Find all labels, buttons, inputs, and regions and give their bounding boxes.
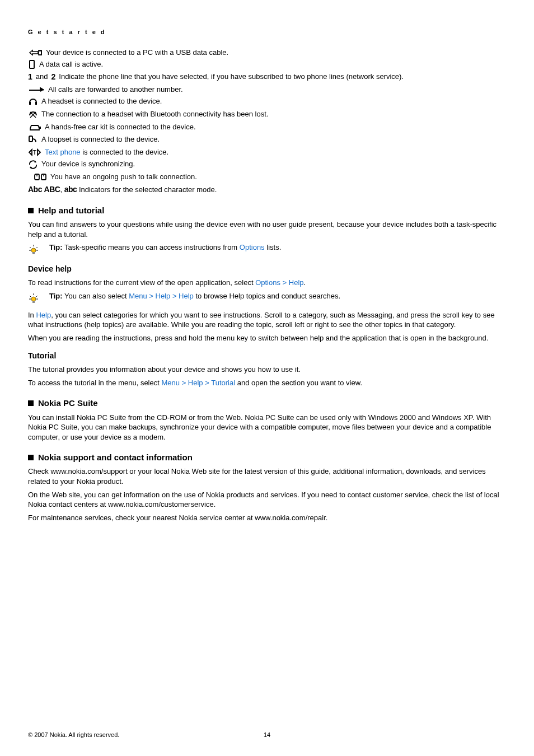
help-intro: You can find answers to your questions w… <box>28 220 506 239</box>
indicator-char-mode-text: Indicators for the selected character mo… <box>77 185 217 194</box>
svg-rect-1 <box>30 60 34 68</box>
loopset-icon <box>28 135 38 145</box>
indicator-forward-text: All calls are forwarded to another numbe… <box>48 85 183 95</box>
heading-support-text: Nokia support and contact information <box>38 452 193 463</box>
dh-help: Help <box>289 278 304 287</box>
indicator-phone-line: 1 and 2 Indicate the phone line that you… <box>28 72 506 82</box>
support-p3: For maintenance services, check your nea… <box>28 513 506 523</box>
svg-rect-14 <box>32 301 35 303</box>
bt-lost-icon <box>28 110 38 120</box>
gt1: > <box>283 278 287 287</box>
usb-icon <box>28 48 43 57</box>
sync-icon <box>28 160 38 170</box>
glyph-abc2: ABC <box>44 185 60 194</box>
svg-point-10 <box>43 175 44 176</box>
svg-point-13 <box>31 297 36 301</box>
svg-rect-5 <box>29 136 32 142</box>
svg-point-9 <box>36 175 38 176</box>
device-help-p2: In Help, you can select categories for w… <box>28 310 506 330</box>
svg-rect-4 <box>39 127 41 129</box>
ptt-icon <box>34 172 47 181</box>
glyph-one: 1 <box>28 72 32 82</box>
heading-help-tutorial-text: Help and tutorial <box>38 205 104 216</box>
tip-label-2: Tip: <box>49 292 63 300</box>
device-help-p3: When you are reading the instructions, p… <box>28 333 506 343</box>
indicator-char-mode: Abc ABC, abc Indicators for the selected… <box>28 184 506 195</box>
indicator-forward: All calls are forwarded to another numbe… <box>28 85 506 95</box>
indicator-car-kit: A hands-free car kit is connected to the… <box>28 122 506 132</box>
tip2-h2: Help <box>179 292 194 300</box>
pc-suite-p1: You can install Nokia PC Suite from the … <box>28 413 506 442</box>
dh-p2-link: Help <box>36 311 51 319</box>
indicator-loopset: A loopset is connected to the device. <box>28 134 506 145</box>
indicator-text-phone-text: is connected to the device. <box>81 148 169 156</box>
heading-pc-suite-text: Nokia PC Suite <box>38 398 98 409</box>
tut-p2a: To access the tutorial in the menu, sele… <box>28 379 161 387</box>
dh-l1a: To read instructions for the current vie… <box>28 278 255 287</box>
data-call-icon <box>28 60 36 69</box>
gt2: > <box>149 292 153 300</box>
tip-icon <box>28 244 39 256</box>
indicator-ptt-text: You have an ongoing push to talk connect… <box>50 172 197 182</box>
indicator-headset: A headset is connected to the device. <box>28 96 506 107</box>
heading-pc-suite: Nokia PC Suite <box>28 398 506 409</box>
indicator-bt-lost: The connection to a headset with Bluetoo… <box>28 109 506 120</box>
indicator-sync: Your device is synchronizing. <box>28 159 506 170</box>
tut-help: Help <box>188 379 203 387</box>
tutorial-p1: The tutorial provides you information ab… <box>28 365 506 375</box>
tut-p2b: and open the section you want to view. <box>235 379 362 387</box>
tip2-menu: Menu <box>129 292 147 300</box>
square-bullet-icon <box>28 208 34 213</box>
indicator-bt-lost-text: The connection to a headset with Bluetoo… <box>41 109 268 119</box>
indicator-sync-text: Your device is synchronizing. <box>41 159 135 169</box>
tip2-a: You can also select <box>63 292 129 300</box>
page-header: G e t s t a r t e d <box>28 28 506 36</box>
indicator-phone-line-and: and <box>36 72 48 82</box>
tut-tutorial: Tutorial <box>211 379 235 387</box>
gt4: > <box>182 379 186 387</box>
indicator-text-phone: T Text phone is connected to the device. <box>28 147 506 157</box>
car-kit-icon <box>28 123 41 132</box>
tip-1: Tip: Task-specific means you can access … <box>28 242 506 256</box>
svg-rect-2 <box>29 102 31 105</box>
gt5: > <box>205 379 209 387</box>
tut-menu: Menu <box>161 379 180 387</box>
indicator-car-kit-text: A hands-free car kit is connected to the… <box>45 122 196 132</box>
device-help-line1: To read instructions for the current vie… <box>28 278 506 288</box>
heading-support: Nokia support and contact information <box>28 452 506 463</box>
dh-p2a: In <box>28 311 36 319</box>
support-p1: Check www.nokia.com/support or your loca… <box>28 466 506 486</box>
svg-rect-3 <box>35 102 37 105</box>
forward-icon <box>28 85 45 92</box>
indicator-usb-text: Your device is connected to a PC with a … <box>46 48 228 58</box>
square-bullet-icon <box>28 400 34 406</box>
indicator-headset-text: A headset is connected to the device. <box>41 96 162 106</box>
indicator-loopset-text: A loopset is connected to the device. <box>41 134 160 144</box>
indicator-data-call: A data call is active. <box>28 59 506 69</box>
tutorial-p2: To access the tutorial in the menu, sele… <box>28 378 506 388</box>
dh-p2b: , you can select categories for which yo… <box>28 311 495 329</box>
tip1-a: Task-specific means you can access instr… <box>63 243 240 251</box>
text-phone-link: Text phone <box>45 148 81 156</box>
svg-rect-12 <box>32 252 35 254</box>
tip2-h1: Help <box>156 292 171 300</box>
tip1-link: Options <box>240 243 265 251</box>
svg-rect-7 <box>35 174 39 180</box>
dh-dot: . <box>304 278 306 287</box>
support-p2: On the Web site, you can get information… <box>28 490 506 510</box>
indicator-phone-line-text: Indicate the phone line that you have se… <box>59 72 404 82</box>
glyph-abc3: abc <box>64 185 77 194</box>
dh-options: Options <box>255 278 280 287</box>
glyph-two: 2 <box>51 72 56 82</box>
text-phone-icon: T <box>28 148 41 157</box>
gt3: > <box>172 292 177 300</box>
indicator-usb: Your device is connected to a PC with a … <box>28 48 506 58</box>
indicator-data-call-text: A data call is active. <box>39 59 103 69</box>
heading-help-tutorial: Help and tutorial <box>28 205 506 216</box>
tip-label: Tip: <box>49 243 63 251</box>
square-bullet-icon <box>28 455 34 460</box>
svg-point-11 <box>31 248 36 253</box>
heading-device-help: Device help <box>28 264 506 274</box>
glyph-abc1: Abc <box>28 185 42 194</box>
tip2-d: to browse Help topics and conduct search… <box>194 292 340 300</box>
